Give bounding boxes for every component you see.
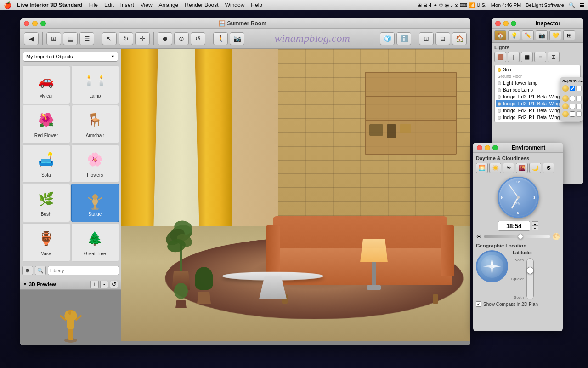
list-view-button[interactable]: ☰ xyxy=(79,32,94,45)
zoom-out-button[interactable]: - xyxy=(100,281,108,288)
search-tool-button[interactable]: 🔍 xyxy=(35,266,46,275)
back-button[interactable]: ◀ xyxy=(24,32,39,45)
equator-marker: Equator xyxy=(511,277,524,281)
time-decrement-button[interactable]: ▼ xyxy=(532,226,538,230)
list-item[interactable]: Statue xyxy=(71,184,119,222)
brightness-row: ☀ 🌕 xyxy=(476,233,560,240)
apple-icon[interactable]: 🍎 xyxy=(4,1,11,9)
env-btn-dawn[interactable]: 🌅 xyxy=(476,163,488,173)
list-item[interactable]: 🌺 Red Flower xyxy=(22,105,70,144)
menu-window[interactable]: Window xyxy=(225,2,245,8)
record-button[interactable]: ⏺ xyxy=(158,32,172,45)
lamp2-color-swatch[interactable] xyxy=(576,104,582,109)
menu-help[interactable]: Help xyxy=(251,2,262,8)
inspector-max-button[interactable] xyxy=(511,21,516,26)
env-btn-night[interactable]: 🌙 xyxy=(529,163,541,173)
lights-btn-5[interactable]: ⊞ xyxy=(548,52,560,62)
lamp1-color-swatch[interactable] xyxy=(576,96,582,101)
zoom-in-button[interactable]: + xyxy=(90,281,99,288)
inspector-lights-btn[interactable]: 💡 xyxy=(508,30,520,40)
orbit-button[interactable]: ⊙ xyxy=(174,32,189,45)
time-input-field[interactable] xyxy=(498,221,530,231)
info-btn[interactable]: ℹ️ xyxy=(396,32,411,45)
view-persp-btn[interactable]: ⊟ xyxy=(435,32,450,45)
object-label: Vase xyxy=(41,251,51,256)
brightness-slider[interactable] xyxy=(484,235,550,238)
menu-file[interactable]: File xyxy=(89,2,98,8)
sun-toggle[interactable] xyxy=(570,86,575,91)
env-min-button[interactable] xyxy=(485,145,490,150)
show-compass-checkbox[interactable]: ✓ xyxy=(476,301,481,307)
brightness-slider-thumb[interactable] xyxy=(518,234,523,239)
search-icon[interactable]: 🔍 xyxy=(569,2,575,8)
lights-btn-2[interactable]: | xyxy=(508,52,520,62)
lamp1-toggle[interactable] xyxy=(570,96,575,101)
3d-view-button[interactable]: ▦ xyxy=(63,32,78,45)
inspector-objects-btn[interactable]: 🏠 xyxy=(494,30,506,40)
list-item[interactable]: 🏺 Vase xyxy=(22,223,70,262)
env-max-button[interactable] xyxy=(492,145,498,150)
preview-controls: + - ↺ xyxy=(90,281,118,288)
sun-color-swatch[interactable] xyxy=(576,86,582,91)
viewport-resize-handle[interactable] xyxy=(121,341,470,345)
rotate-button[interactable]: ↺ xyxy=(191,32,205,45)
inspector-min-button[interactable] xyxy=(503,21,509,26)
list-item[interactable]: 🛋️ Sofa xyxy=(22,144,70,183)
inspector-close-button[interactable] xyxy=(495,21,501,26)
maximize-button[interactable] xyxy=(40,21,46,26)
orbit-tool[interactable]: ↻ xyxy=(119,32,133,45)
object-label: Flowers xyxy=(87,172,103,178)
close-button[interactable] xyxy=(24,21,29,26)
view-2d-btn[interactable]: ⊡ xyxy=(419,32,434,45)
wall-shelf xyxy=(365,72,457,155)
reset-view-button[interactable]: ↺ xyxy=(110,281,118,288)
lamp3-color-swatch[interactable] xyxy=(576,111,582,117)
2d-floor-button[interactable]: ⊞ xyxy=(46,32,61,45)
lamp-base xyxy=(367,285,381,290)
latitude-slider-track[interactable] xyxy=(526,258,534,299)
list-item[interactable]: 🌲 Great Tree xyxy=(71,223,119,262)
pan-tool[interactable]: ✛ xyxy=(135,32,150,45)
menu-edit[interactable]: Edit xyxy=(104,2,114,8)
minimize-button[interactable] xyxy=(32,21,38,26)
list-item xyxy=(562,103,582,109)
list-item[interactable]: 🌸 Flowers xyxy=(71,144,119,183)
lights-btn-4[interactable]: ≡ xyxy=(534,52,546,62)
env-btn-morning[interactable]: ☀️ xyxy=(489,163,501,173)
list-item[interactable]: Sun xyxy=(496,66,579,73)
inspector-more-btn[interactable]: ⊞ xyxy=(563,30,575,40)
settings-tool-button[interactable]: ⚙ xyxy=(22,266,33,275)
compass[interactable] xyxy=(476,250,508,282)
preview-header[interactable]: ▼ 3D Preview + - ↺ xyxy=(20,279,121,290)
lamp2-toggle[interactable] xyxy=(570,104,575,109)
menu-insert[interactable]: Insert xyxy=(120,2,134,8)
env-btn-evening[interactable]: 🌇 xyxy=(516,163,528,173)
walk-button[interactable]: 🚶 xyxy=(213,32,228,45)
list-item[interactable]: 🪑 Armchair xyxy=(71,105,119,144)
env-close-button[interactable] xyxy=(477,145,482,150)
env-btn-settings[interactable]: ⚙ xyxy=(543,163,554,173)
time-increment-button[interactable]: ▲ xyxy=(532,221,538,226)
list-item[interactable]: 🌿 Bush xyxy=(22,184,70,222)
list-item[interactable]: 🚗 My car xyxy=(22,65,70,104)
export-3d-btn[interactable]: 🧊 xyxy=(380,32,395,45)
library-search[interactable]: Library xyxy=(48,266,119,275)
env-btn-noon[interactable]: ☀ xyxy=(503,163,514,173)
inspector-camera-btn[interactable]: 📷 xyxy=(536,30,548,40)
menu-render[interactable]: Render Boost xyxy=(185,2,218,8)
menu-view[interactable]: View xyxy=(141,2,153,8)
lights-btn-1[interactable]: 🟫 xyxy=(494,52,506,62)
lamp3-toggle[interactable] xyxy=(570,111,575,117)
inspector-materials-btn[interactable]: ✏️ xyxy=(522,30,534,40)
viewport[interactable] xyxy=(121,49,470,345)
menu-arrange[interactable]: Arrange xyxy=(159,2,179,8)
select-tool[interactable]: ↖ xyxy=(102,32,117,45)
camera-button[interactable]: 📷 xyxy=(230,32,244,45)
lights-btn-3[interactable]: ▦ xyxy=(521,52,533,62)
menu-extra-icon[interactable]: ☰ xyxy=(580,2,584,8)
inspector-sun-btn[interactable]: 💛 xyxy=(549,30,561,40)
list-item[interactable]: 🕯️🕯️ Lamp xyxy=(71,65,119,104)
home-btn[interactable]: 🏠 xyxy=(452,32,467,45)
latitude-slider-thumb[interactable] xyxy=(526,267,534,274)
category-dropdown[interactable]: My Imported Objects ▼ xyxy=(23,52,118,62)
